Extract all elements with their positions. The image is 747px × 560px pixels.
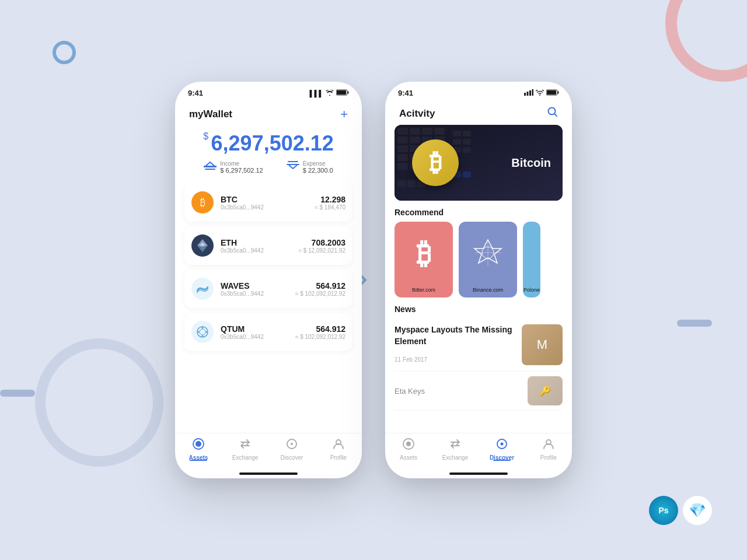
- svg-rect-25: [532, 89, 534, 96]
- recommend-binance[interactable]: Binance.com: [459, 222, 517, 298]
- home-indicator-2: [449, 473, 508, 475]
- asset-row-eth[interactable]: ETH 0x3b5ca0...9442 708.2003 ≈ $ 12,092,…: [184, 226, 352, 265]
- svg-rect-45: [397, 163, 408, 170]
- svg-rect-40: [397, 145, 408, 152]
- bitter-icon: ₿: [417, 237, 431, 271]
- btc-usd: ≈ $ 184,470: [315, 204, 345, 211]
- bg-decoration-bar-left: [0, 390, 35, 397]
- status-bar-1: 9:41 ▌▌▌: [175, 82, 362, 100]
- svg-rect-28: [558, 92, 559, 94]
- bg-decoration-pink-arc: [665, 0, 747, 82]
- eth-address: 0x3b5ca0...9442: [221, 247, 298, 254]
- news-section: Myspace Layouts The Missing Element 11 F…: [385, 318, 572, 433]
- income-text: Income $ 6,297,502.12: [220, 160, 263, 174]
- svg-rect-33: [410, 128, 420, 135]
- news-content-1: Myspace Layouts The Missing Element 11 F…: [395, 324, 515, 363]
- income-icon: [204, 161, 217, 173]
- status-time-1: 9:41: [188, 89, 203, 97]
- sketch-icon: 💎: [683, 496, 712, 525]
- waves-icon: [191, 278, 214, 300]
- profile-nav-label-1: Profile: [330, 454, 347, 461]
- svg-rect-32: [397, 128, 408, 135]
- phone2-content: Acitvity: [385, 100, 572, 433]
- expense-label: Expense: [303, 160, 333, 167]
- svg-point-12: [200, 329, 205, 335]
- assets-nav-label-2: Assets: [400, 454, 417, 461]
- nav-assets-1[interactable]: Assets: [175, 438, 222, 461]
- nav-profile-1[interactable]: Profile: [315, 438, 362, 461]
- asset-info-eth: ETH 0x3b5ca0...9442: [221, 238, 298, 254]
- news-title-1: Myspace Layouts The Missing Element: [395, 324, 515, 347]
- svg-rect-58: [463, 139, 471, 145]
- balance-section: $ 6,297,502.12 Income $ 6,297,502.12: [175, 127, 362, 183]
- nav-exchange-1[interactable]: Exchange: [222, 438, 268, 461]
- wifi-icon-2: [536, 90, 544, 97]
- news-content-2: Eta Keys: [395, 387, 521, 396]
- news-item-2[interactable]: Eta Keys 🔑: [395, 372, 563, 411]
- svg-rect-4: [204, 166, 217, 167]
- discover-nav-icon-2: [496, 438, 508, 453]
- news-item-1[interactable]: Myspace Layouts The Missing Element 11 F…: [395, 318, 563, 372]
- assets-list: ₿ BTC 0x3b5ca0...9442 12.298 ≈ $ 184,470: [175, 183, 362, 433]
- svg-point-16: [206, 331, 208, 333]
- discover-nav-icon: [286, 438, 298, 453]
- phone-wallet: 9:41 ▌▌▌ myWallet + $ 6,297,: [175, 82, 362, 478]
- income-label: Income: [220, 160, 263, 167]
- profile-nav-label-2: Profile: [540, 454, 557, 461]
- svg-point-13: [202, 327, 204, 329]
- search-button[interactable]: [547, 107, 558, 120]
- news-title: News: [385, 304, 572, 318]
- phones-container: 9:41 ▌▌▌ myWallet + $ 6,297,: [175, 82, 572, 478]
- svg-rect-43: [397, 154, 408, 161]
- battery-icon-1: [336, 89, 349, 97]
- recommend-title: Recommend: [385, 208, 572, 222]
- svg-point-70: [501, 443, 504, 446]
- asset-row-btc[interactable]: ₿ BTC 0x3b5ca0...9442 12.298 ≈ $ 184,470: [184, 183, 352, 222]
- nav-exchange-2[interactable]: Exchange: [432, 438, 479, 461]
- balance-display: $ 6,297,502.12: [175, 131, 362, 156]
- profile-nav-icon-2: [543, 438, 554, 453]
- expense-text: Expense $ 22,300.0: [303, 160, 333, 174]
- svg-rect-55: [453, 131, 461, 136]
- eth-name: ETH: [221, 238, 298, 247]
- bottom-nav-1: Assets Exchange Discover Profile: [175, 433, 362, 470]
- bitcoin-label: Bitcoin: [511, 156, 551, 170]
- bitcoin-banner: ₿ Bitcoin: [395, 125, 563, 201]
- waves-address: 0x3b5ca0...9442: [221, 290, 295, 297]
- bitter-label: Bitter.com: [412, 287, 435, 293]
- exchange-nav-label: Exchange: [232, 454, 258, 461]
- eth-icon: [191, 235, 214, 257]
- phone-activity: 9:41 Acitvity: [385, 82, 572, 478]
- nav-discover-2[interactable]: Discover: [479, 438, 525, 461]
- svg-rect-56: [463, 131, 471, 136]
- assets-nav-icon: [193, 438, 204, 453]
- exchange-nav-icon: [239, 438, 251, 453]
- expense-item: Expense $ 22,300.0: [287, 160, 333, 174]
- wallet-header: myWallet +: [175, 100, 362, 127]
- svg-point-15: [198, 331, 200, 333]
- signal-icon-2: [524, 89, 533, 97]
- add-button[interactable]: +: [340, 107, 348, 122]
- eth-value: 708.2003 ≈ $ 12,092,021.92: [298, 238, 345, 254]
- bitcoin-coin: ₿: [412, 139, 459, 186]
- signal-icon-1: ▌▌▌: [310, 90, 323, 97]
- svg-point-26: [539, 94, 540, 96]
- recommend-polo[interactable]: Polone: [523, 222, 540, 298]
- asset-row-qtum[interactable]: QTUM 0x3b5ca0...9442 564.912 ≈ $ 102,092…: [184, 313, 352, 351]
- news-thumb-1: M: [522, 324, 563, 365]
- nav-discover-1[interactable]: Discover: [268, 438, 315, 461]
- waves-amount: 564.912: [295, 281, 345, 290]
- recommend-scroll: ₿ Bitter.com Binance.com: [385, 222, 572, 304]
- qtum-address: 0x3b5ca0...9442: [221, 334, 295, 340]
- recommend-bitter[interactable]: ₿ Bitter.com: [395, 222, 453, 298]
- qtum-name: QTUM: [221, 324, 295, 334]
- eth-usd: ≈ $ 12,092,021.92: [298, 247, 345, 254]
- btc-value: 12.298 ≈ $ 184,470: [315, 195, 345, 211]
- nav-profile-2[interactable]: Profile: [525, 438, 572, 461]
- asset-row-waves[interactable]: WAVES 0x3b5ca0...9442 564.912 ≈ $ 102,09…: [184, 270, 352, 308]
- asset-info-qtum: QTUM 0x3b5ca0...9442: [221, 324, 295, 340]
- activity-header: Acitvity: [385, 100, 572, 125]
- asset-info-btc: BTC 0x3b5ca0...9442: [221, 195, 315, 211]
- discover-nav-label: Discover: [281, 454, 303, 461]
- nav-assets-2[interactable]: Assets: [385, 438, 432, 461]
